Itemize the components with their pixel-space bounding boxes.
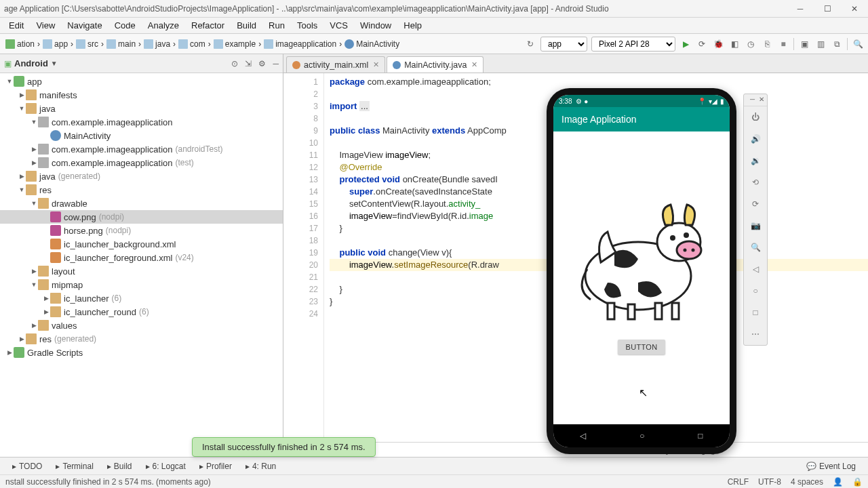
menu-window[interactable]: Window: [354, 20, 397, 30]
editor-tab[interactable]: MainActivity.java✕: [387, 56, 484, 73]
emu-back-icon[interactable]: ◁: [744, 258, 767, 280]
emu-minimize-icon[interactable]: ─: [750, 96, 755, 104]
menu-run[interactable]: Run: [262, 20, 291, 30]
menu-analyze[interactable]: Analyze: [142, 20, 185, 30]
recents-icon[interactable]: □: [698, 431, 703, 441]
bottom-tab[interactable]: ▸Profiler: [193, 462, 239, 471]
breadcrumb-item[interactable]: java: [141, 36, 173, 52]
tree-twisty-icon[interactable]: ▼: [30, 200, 38, 207]
breadcrumb-item[interactable]: imageapplication: [261, 36, 339, 52]
menu-view[interactable]: View: [30, 20, 61, 30]
volume-up-icon[interactable]: 🔊: [744, 128, 767, 150]
event-log-tab[interactable]: 💬 Event Log: [800, 462, 863, 471]
gear-icon[interactable]: ⚙: [258, 59, 266, 68]
tree-node[interactable]: ▶Gradle Scripts: [0, 346, 283, 359]
tree-node[interactable]: ▼mipmap: [0, 278, 283, 291]
editor-tab[interactable]: activity_main.xml✕: [286, 56, 385, 73]
tree-node[interactable]: ▼java: [0, 102, 283, 115]
breadcrumb-item[interactable]: example: [211, 36, 258, 52]
coverage-icon[interactable]: ◧: [728, 38, 741, 50]
apply-changes-icon[interactable]: ⟳: [696, 38, 708, 50]
breadcrumb-item[interactable]: main: [104, 36, 138, 52]
tree-node[interactable]: ▶com.example.imageapplication(test): [0, 156, 283, 169]
attach-debug-icon[interactable]: ⎘: [761, 38, 773, 50]
tree-node[interactable]: ic_launcher_foreground.xml(v24): [0, 251, 283, 264]
tree-node[interactable]: cow.png(nodpi): [0, 210, 283, 224]
tree-node[interactable]: ic_launcher_background.xml: [0, 237, 283, 251]
emu-overview-icon[interactable]: □: [744, 302, 767, 323]
menu-navigate[interactable]: Navigate: [61, 20, 108, 30]
tree-node[interactable]: ▼com.example.imageapplication: [0, 115, 283, 129]
bottom-tab[interactable]: ▸6: Logcat: [139, 462, 193, 471]
tree-twisty-icon[interactable]: ▼: [30, 119, 38, 125]
tree-node[interactable]: ▼app: [0, 75, 283, 88]
profile-icon[interactable]: ◷: [745, 38, 757, 50]
tree-twisty-icon[interactable]: ▶: [18, 173, 26, 180]
status-inspection-icon[interactable]: 👤: [833, 477, 843, 487]
tab-close-icon[interactable]: ✕: [373, 60, 379, 69]
breadcrumb-item[interactable]: src: [73, 36, 101, 52]
tree-node[interactable]: ▶values: [0, 319, 283, 332]
menu-edit[interactable]: Edit: [3, 20, 30, 30]
tab-close-icon[interactable]: ✕: [471, 60, 477, 69]
more-icon[interactable]: ⋯: [744, 323, 767, 345]
menu-vcs[interactable]: VCS: [323, 20, 354, 30]
menu-refactor[interactable]: Refactor: [185, 20, 231, 30]
volume-down-icon[interactable]: 🔉: [744, 150, 767, 171]
menu-code[interactable]: Code: [108, 20, 142, 30]
zoom-icon[interactable]: 🔍: [744, 237, 767, 258]
breadcrumb-item[interactable]: MainActivity: [342, 36, 402, 52]
project-tree[interactable]: ▼app▶manifests▼java▼com.example.imageapp…: [0, 73, 283, 457]
tree-node[interactable]: MainActivity: [0, 129, 283, 142]
bottom-tab[interactable]: ▸Build: [100, 462, 139, 471]
debug-icon[interactable]: 🐞: [712, 38, 724, 50]
expand-icon[interactable]: ⇲: [245, 59, 252, 68]
tree-twisty-icon[interactable]: ▶: [18, 336, 26, 342]
breadcrumb-item[interactable]: app: [40, 36, 71, 52]
sync-icon[interactable]: ↻: [524, 38, 536, 50]
power-icon[interactable]: ⏻: [744, 106, 767, 128]
menu-help[interactable]: Help: [397, 20, 428, 30]
tree-twisty-icon[interactable]: ▶: [18, 92, 26, 98]
bottom-tab[interactable]: ▸4: Run: [239, 462, 283, 471]
tree-node[interactable]: ▶ic_launcher_round(6): [0, 305, 283, 319]
module-selector[interactable]: app: [540, 37, 587, 52]
tree-node[interactable]: ▶java(generated): [0, 169, 283, 183]
close-icon[interactable]: ✕: [841, 0, 868, 18]
tree-node[interactable]: horse.png(nodpi): [0, 224, 283, 237]
change-button[interactable]: BUTTON: [618, 340, 666, 354]
tree-node[interactable]: ▶res(generated): [0, 332, 283, 346]
resource-manager-icon[interactable]: ⧉: [831, 38, 843, 50]
minimize-icon[interactable]: ─: [787, 0, 814, 18]
emu-close-icon[interactable]: ✕: [759, 96, 764, 104]
tree-twisty-icon[interactable]: ▶: [42, 295, 50, 302]
menu-tools[interactable]: Tools: [291, 20, 323, 30]
emu-home-icon[interactable]: ○: [744, 280, 767, 302]
maximize-icon[interactable]: ☐: [814, 0, 841, 18]
tree-twisty-icon[interactable]: ▼: [30, 281, 38, 288]
rotate-left-icon[interactable]: ⟲: [744, 171, 767, 193]
tree-node[interactable]: ▶manifests: [0, 88, 283, 102]
breadcrumb-item[interactable]: com: [176, 36, 208, 52]
tree-twisty-icon[interactable]: ▼: [18, 186, 26, 193]
tree-twisty-icon[interactable]: ▶: [30, 322, 38, 329]
menu-build[interactable]: Build: [231, 20, 262, 30]
rotate-right-icon[interactable]: ⟳: [744, 193, 767, 215]
tree-twisty-icon[interactable]: ▶: [42, 308, 50, 315]
avd-manager-icon[interactable]: ▣: [798, 38, 810, 50]
search-icon[interactable]: 🔍: [852, 38, 864, 50]
home-icon[interactable]: ○: [639, 431, 644, 441]
status-encoding[interactable]: UTF-8: [758, 477, 781, 487]
breadcrumb-item[interactable]: ation: [3, 36, 37, 52]
sdk-manager-icon[interactable]: ▥: [814, 38, 827, 50]
status-crlf[interactable]: CRLF: [728, 477, 749, 487]
tree-twisty-icon[interactable]: ▶: [5, 349, 14, 356]
status-lock-icon[interactable]: 🔒: [852, 477, 863, 487]
run-icon[interactable]: ▶: [679, 38, 692, 50]
tree-node[interactable]: ▶layout: [0, 264, 283, 278]
stop-icon[interactable]: ■: [777, 38, 789, 50]
collapse-icon[interactable]: ─: [273, 59, 279, 68]
bottom-tab[interactable]: ▸Terminal: [49, 462, 100, 471]
camera-icon[interactable]: 📷: [744, 215, 767, 237]
bottom-tab[interactable]: ▸TODO: [5, 462, 49, 471]
